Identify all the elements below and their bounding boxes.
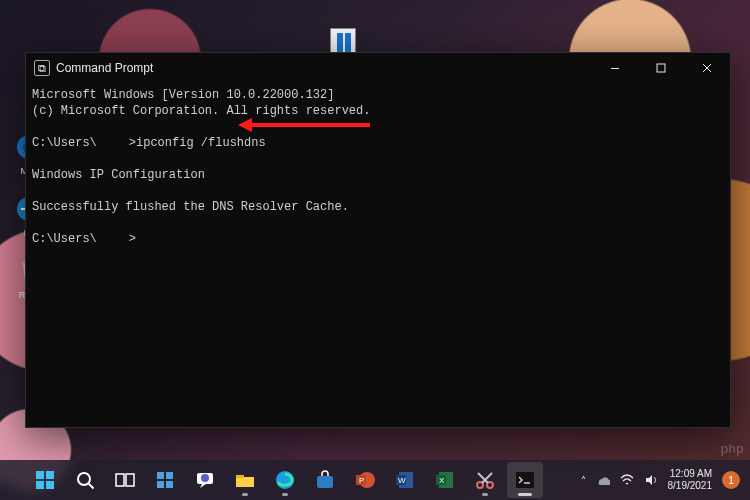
- system-tray: ˄ 12:09 AM 8/19/2021 1: [571, 468, 751, 492]
- svg-text:P: P: [359, 476, 364, 485]
- terminal-button[interactable]: [507, 462, 543, 498]
- edge-button[interactable]: [267, 462, 303, 498]
- svg-rect-33: [516, 472, 534, 488]
- tray-chevron[interactable]: ˄: [581, 475, 586, 486]
- chat-icon: [194, 469, 216, 491]
- task-view-icon: [114, 469, 136, 491]
- folder-icon: [234, 469, 256, 491]
- svg-text:W: W: [398, 476, 406, 485]
- terminal-line: Successfully flushed the DNS Resolver Ca…: [32, 200, 349, 214]
- svg-rect-9: [46, 481, 54, 489]
- search-icon: [74, 469, 96, 491]
- terminal-output[interactable]: Microsoft Windows [Version 10.0.22000.13…: [26, 83, 730, 427]
- svg-rect-8: [36, 481, 44, 489]
- window-controls: [592, 53, 730, 83]
- redacted-username: [97, 136, 129, 148]
- terminal-line: Windows IP Configuration: [32, 168, 205, 182]
- volume-icon[interactable]: [644, 473, 658, 487]
- windows-logo-icon: [34, 469, 56, 491]
- svg-rect-11: [116, 474, 124, 486]
- minimize-button[interactable]: [592, 53, 638, 83]
- wifi-icon[interactable]: [620, 473, 634, 487]
- terminal-line: (c) Microsoft Corporation. All rights re…: [32, 104, 370, 118]
- svg-rect-16: [166, 481, 173, 488]
- minimize-icon: [610, 63, 620, 73]
- edge-icon: [274, 469, 296, 491]
- watermark: php: [721, 441, 744, 456]
- notification-badge[interactable]: 1: [722, 471, 740, 489]
- close-icon: [702, 63, 712, 73]
- clock[interactable]: 12:09 AM 8/19/2021: [668, 468, 713, 492]
- chat-button[interactable]: [187, 462, 223, 498]
- command-prompt-window: ⧉ Command Prompt Microsoft Windows [Vers…: [25, 52, 731, 428]
- powerpoint-button[interactable]: P: [347, 462, 383, 498]
- svg-rect-19: [236, 475, 244, 478]
- date-text: 8/19/2021: [668, 480, 713, 492]
- titlebar[interactable]: ⧉ Command Prompt: [26, 53, 730, 83]
- svg-rect-4: [611, 68, 619, 69]
- terminal-prompt: C:\Users\>: [32, 232, 136, 246]
- excel-icon: X: [434, 469, 456, 491]
- svg-rect-6: [36, 471, 44, 479]
- svg-text:X: X: [439, 476, 445, 485]
- maximize-button[interactable]: [638, 53, 684, 83]
- time-text: 12:09 AM: [668, 468, 713, 480]
- word-button[interactable]: W: [387, 462, 423, 498]
- word-icon: W: [394, 469, 416, 491]
- window-title: Command Prompt: [56, 61, 153, 75]
- widgets-icon: [154, 469, 176, 491]
- snipping-tool-button[interactable]: [467, 462, 503, 498]
- start-button[interactable]: [27, 462, 63, 498]
- redacted-username: [97, 232, 129, 244]
- svg-rect-21: [317, 476, 333, 488]
- notif-count: 1: [728, 475, 734, 486]
- svg-rect-14: [166, 472, 173, 479]
- desktop: Micr Ec Recy ⧉ Command Prompt: [0, 0, 750, 500]
- svg-rect-15: [157, 481, 164, 488]
- taskbar: P W X ˄ 12:09 AM 8/: [0, 460, 750, 500]
- close-button[interactable]: [684, 53, 730, 83]
- svg-point-10: [78, 473, 90, 485]
- excel-button[interactable]: X: [427, 462, 463, 498]
- file-explorer-button[interactable]: [227, 462, 263, 498]
- store-icon: [314, 469, 336, 491]
- scissors-icon: [474, 469, 496, 491]
- svg-rect-12: [126, 474, 134, 486]
- onedrive-icon[interactable]: [596, 473, 610, 487]
- svg-rect-5: [657, 64, 665, 72]
- terminal-line: Microsoft Windows [Version 10.0.22000.13…: [32, 88, 334, 102]
- powerpoint-icon: P: [354, 469, 376, 491]
- terminal-icon: [514, 469, 536, 491]
- svg-rect-7: [46, 471, 54, 479]
- svg-rect-13: [157, 472, 164, 479]
- search-button[interactable]: [67, 462, 103, 498]
- widgets-button[interactable]: [147, 462, 183, 498]
- store-button[interactable]: [307, 462, 343, 498]
- maximize-icon: [656, 63, 666, 73]
- task-view-button[interactable]: [107, 462, 143, 498]
- terminal-prompt: C:\Users\>ipconfig /flushdns: [32, 136, 266, 150]
- svg-point-18: [201, 474, 209, 482]
- cmd-icon: ⧉: [34, 60, 50, 76]
- taskbar-center: P W X: [0, 462, 571, 498]
